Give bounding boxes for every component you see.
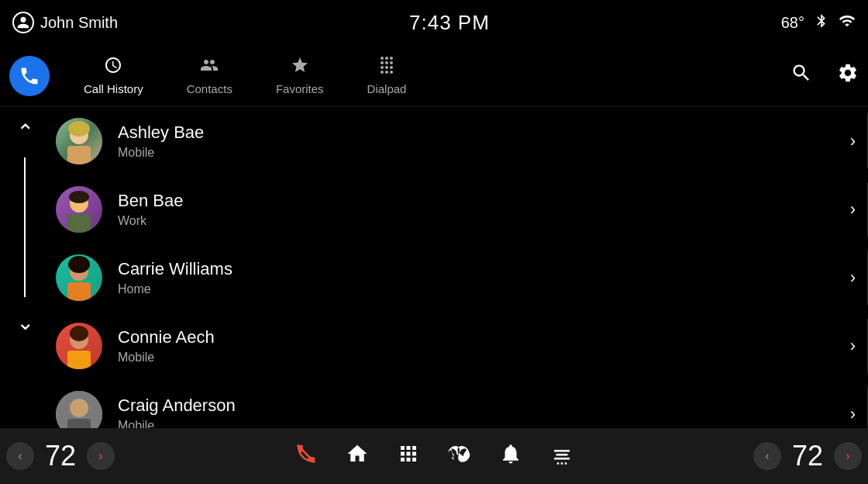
scroll-down-button[interactable]: ⌄	[13, 306, 37, 338]
svg-rect-14	[67, 419, 91, 428]
tab-favorites[interactable]: Favorites	[254, 50, 346, 102]
contact-info-craig-anderson: Craig Anderson Mobile	[118, 396, 835, 428]
contact-avatar-connie-aech	[56, 323, 102, 369]
contact-avatar-craig-anderson	[56, 391, 102, 428]
tab-contacts[interactable]: Contacts	[165, 50, 254, 102]
contact-name-carrie-williams: Carrie Williams	[118, 259, 835, 279]
contact-item-craig-anderson[interactable]: Craig Anderson Mobile ›	[50, 380, 868, 428]
nav-actions	[790, 62, 859, 89]
contact-name-ben-bae: Ben Bae	[118, 191, 835, 211]
seat-heater-button[interactable]	[550, 442, 574, 471]
signal-icon	[839, 12, 856, 33]
status-bar-right: 68°	[781, 12, 856, 33]
contact-avatar-ben-bae	[56, 186, 102, 233]
notification-button[interactable]	[499, 442, 522, 471]
svg-point-8	[68, 256, 90, 273]
contact-type-craig-anderson: Mobile	[118, 419, 835, 428]
content-area: ⌃ ⌄ Ashley Bae Mobile ›	[0, 107, 868, 428]
right-temp-control: ‹ 72 ›	[753, 440, 862, 472]
svg-rect-4	[67, 214, 91, 233]
contact-name-craig-anderson: Craig Anderson	[118, 396, 835, 416]
user-icon	[12, 12, 34, 33]
star-icon	[291, 56, 309, 79]
contact-info-ben-bae: Ben Bae Work	[118, 191, 835, 228]
apps-button[interactable]	[397, 442, 420, 471]
home-button[interactable]	[346, 442, 369, 471]
settings-button[interactable]	[837, 62, 859, 89]
tab-dialpad-label: Dialpad	[367, 82, 407, 95]
tab-favorites-label: Favorites	[276, 82, 324, 95]
user-name: John Smith	[40, 14, 118, 32]
contact-avatar-carrie-williams	[56, 254, 102, 301]
right-temp-increase-button[interactable]: ›	[834, 442, 862, 470]
left-temp-control: ‹ 72 ›	[6, 440, 115, 472]
contact-name-ashley-bae: Ashley Bae	[118, 123, 835, 143]
contact-type-carrie-williams: Home	[118, 282, 835, 296]
tab-call-history[interactable]: Call History	[62, 50, 165, 102]
svg-point-2	[68, 121, 90, 137]
svg-rect-1	[67, 146, 91, 164]
contact-item-ben-bae[interactable]: Ben Bae Work ›	[50, 175, 868, 244]
chevron-right-carrie: ›	[850, 268, 856, 288]
svg-point-13	[70, 399, 88, 417]
contact-type-connie-aech: Mobile	[118, 351, 835, 365]
contact-name-connie-aech: Connie Aech	[118, 327, 835, 347]
contact-type-ben-bae: Work	[118, 214, 835, 228]
left-temp-display: 72	[37, 440, 84, 472]
mute-call-button[interactable]	[294, 442, 318, 471]
search-button[interactable]	[790, 62, 812, 89]
status-bar-left: John Smith	[12, 12, 118, 33]
tab-call-history-label: Call History	[84, 82, 143, 95]
contacts-icon	[200, 56, 219, 79]
contact-list: Ashley Bae Mobile › Ben Bae Work ›	[50, 107, 868, 428]
temperature-display: 68°	[781, 14, 804, 32]
bottom-nav-icons	[294, 442, 574, 471]
bottom-bar: ‹ 72 ›	[0, 428, 868, 484]
svg-rect-10	[67, 351, 91, 369]
chevron-right-craig: ›	[850, 404, 856, 424]
contact-info-connie-aech: Connie Aech Mobile	[118, 327, 835, 365]
svg-point-11	[70, 326, 88, 341]
right-temp-display: 72	[784, 440, 831, 472]
contact-type-ashley-bae: Mobile	[118, 146, 835, 160]
contact-info-ashley-bae: Ashley Bae Mobile	[118, 123, 835, 160]
scroll-up-button[interactable]: ⌃	[13, 116, 37, 148]
tab-contacts-label: Contacts	[187, 82, 232, 95]
right-temp-decrease-button[interactable]: ‹	[753, 442, 781, 470]
chevron-right-connie: ›	[850, 336, 856, 356]
chevron-right-ashley: ›	[850, 131, 856, 151]
left-temp-increase-button[interactable]: ›	[87, 442, 115, 470]
contact-item-carrie-williams[interactable]: Carrie Williams Home ›	[50, 244, 868, 312]
fan-button[interactable]	[448, 442, 471, 471]
contact-item-connie-aech[interactable]: Connie Aech Mobile ›	[50, 312, 868, 380]
dialpad-icon	[377, 56, 396, 79]
contact-avatar-ashley-bae	[56, 118, 102, 164]
tab-dialpad[interactable]: Dialpad	[346, 50, 429, 102]
bluetooth-icon	[814, 12, 829, 33]
svg-point-5	[69, 191, 89, 203]
nav-bar: Call History Contacts Favorites	[0, 45, 868, 107]
nav-tabs: Call History Contacts Favorites	[62, 50, 790, 102]
clock-icon	[104, 56, 122, 79]
contact-item-ashley-bae[interactable]: Ashley Bae Mobile ›	[50, 107, 868, 175]
left-temp-decrease-button[interactable]: ‹	[6, 442, 34, 470]
chevron-right-ben: ›	[850, 199, 856, 220]
scroll-controls: ⌃ ⌄	[0, 107, 50, 428]
status-bar: John Smith 7:43 PM 68°	[0, 0, 868, 45]
contact-info-carrie-williams: Carrie Williams Home	[118, 259, 835, 296]
scroll-line	[24, 157, 26, 297]
svg-rect-7	[67, 282, 91, 301]
clock: 7:43 PM	[409, 11, 490, 35]
phone-button[interactable]	[9, 56, 50, 96]
